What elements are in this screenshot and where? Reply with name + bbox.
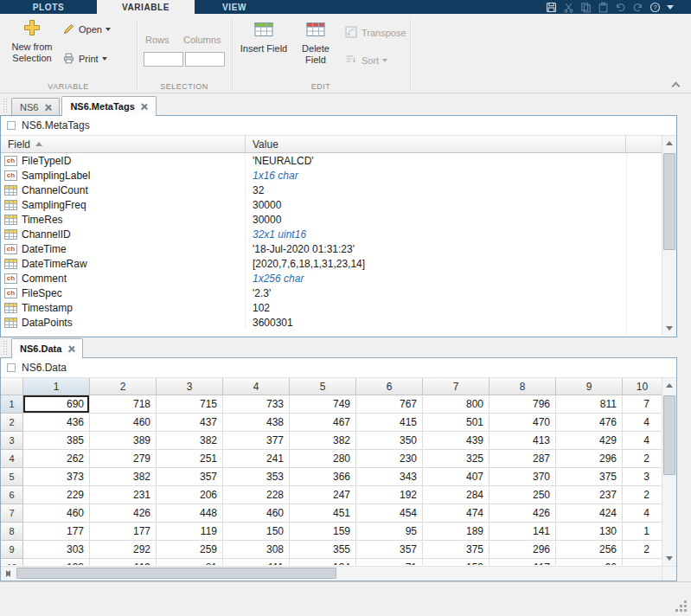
data-vertical-scrollbar[interactable] bbox=[662, 378, 676, 566]
field-column-header[interactable]: Field bbox=[1, 136, 246, 152]
row-header[interactable]: 2 bbox=[1, 414, 23, 432]
data-cell[interactable]: 448 bbox=[157, 504, 223, 523]
delete-field-button[interactable]: Delete Field bbox=[291, 20, 341, 66]
data-cell[interactable]: 296 bbox=[556, 450, 623, 468]
data-cell[interactable]: 134 bbox=[290, 559, 356, 565]
data-cell[interactable]: 382 bbox=[290, 432, 356, 450]
scroll-down-button[interactable] bbox=[662, 551, 676, 566]
row-header[interactable]: 1 bbox=[1, 395, 23, 414]
data-cell[interactable] bbox=[623, 559, 662, 565]
help-icon[interactable]: ? bbox=[649, 2, 661, 13]
data-cell[interactable]: 95 bbox=[356, 523, 423, 541]
data-cell[interactable]: 153 bbox=[423, 559, 489, 565]
data-cell[interactable]: 501 bbox=[423, 414, 489, 432]
data-cell[interactable]: 350 bbox=[356, 432, 423, 450]
selected-data-cell[interactable]: 690 bbox=[23, 395, 90, 414]
data-cell[interactable]: 429 bbox=[556, 432, 623, 450]
data-cell[interactable]: 280 bbox=[290, 450, 356, 468]
struct-field-row[interactable]: ch DateTime '18-Jul-2020 01:31:23' bbox=[1, 241, 662, 256]
data-cell[interactable]: 357 bbox=[157, 468, 223, 486]
struct-field-row[interactable]: SamplingFreq 30000 bbox=[1, 197, 662, 212]
column-header[interactable]: 3 bbox=[157, 378, 223, 395]
data-cell[interactable]: 117 bbox=[489, 559, 556, 565]
insert-field-button[interactable]: Insert Field bbox=[239, 20, 289, 55]
data-cell[interactable]: 130 bbox=[556, 523, 623, 541]
column-header[interactable]: 6 bbox=[356, 378, 423, 395]
struct-field-row[interactable]: ch FileSpec '2.3' bbox=[1, 286, 662, 300]
data-cell[interactable]: 796 bbox=[489, 395, 556, 414]
data-cell[interactable]: 3 bbox=[623, 468, 662, 486]
data-cell[interactable]: 189 bbox=[423, 523, 489, 541]
data-cell[interactable]: 111 bbox=[223, 559, 290, 565]
data-cell[interactable]: 119 bbox=[90, 559, 157, 565]
data-cell[interactable]: 460 bbox=[90, 414, 157, 432]
value-column-header[interactable]: Value bbox=[246, 136, 626, 152]
close-icon[interactable] bbox=[141, 103, 148, 110]
transpose-button[interactable]: Transpose bbox=[344, 24, 406, 42]
struct-field-row[interactable]: ChannelCount 32 bbox=[1, 183, 662, 197]
data-cell[interactable]: 296 bbox=[489, 541, 556, 559]
data-cell[interactable]: 382 bbox=[90, 468, 157, 486]
struct-field-row[interactable]: ch SamplingLabel 1x16 char bbox=[1, 168, 662, 183]
struct-field-row[interactable]: DateTimeRaw [2020,7,6,18,1,31,23,14] bbox=[1, 256, 662, 271]
data-cell[interactable]: 407 bbox=[423, 468, 489, 486]
data-cell[interactable]: 343 bbox=[356, 468, 423, 486]
doc-tab-ns6[interactable]: NS6 bbox=[11, 98, 60, 115]
data-cell[interactable]: 1 bbox=[623, 523, 662, 541]
row-header[interactable]: 8 bbox=[1, 523, 23, 541]
tab-variable[interactable]: VARIABLE bbox=[97, 0, 195, 14]
data-cell[interactable]: 715 bbox=[157, 395, 223, 414]
column-header[interactable]: 4 bbox=[223, 378, 290, 395]
columns-input[interactable] bbox=[185, 52, 225, 67]
save-icon[interactable] bbox=[546, 2, 557, 13]
column-header[interactable]: 2 bbox=[90, 378, 157, 395]
struct-field-row[interactable]: TimeRes 30000 bbox=[1, 212, 662, 227]
data-cell[interactable]: 292 bbox=[90, 541, 157, 559]
struct-field-row[interactable]: ch FileTypeID 'NEURALCD' bbox=[1, 153, 662, 168]
data-cell[interactable]: 370 bbox=[489, 468, 556, 486]
close-icon[interactable] bbox=[67, 345, 74, 352]
doc-tab-ns6-data[interactable]: NS6.Data bbox=[11, 338, 83, 358]
data-cell[interactable]: 366 bbox=[290, 468, 356, 486]
row-header[interactable]: 7 bbox=[1, 504, 23, 523]
data-cell[interactable]: 177 bbox=[23, 523, 90, 541]
scrollbar-thumb[interactable] bbox=[663, 153, 675, 250]
data-cell[interactable]: 474 bbox=[423, 504, 489, 523]
data-cell[interactable]: 284 bbox=[423, 486, 489, 504]
data-cell[interactable]: 241 bbox=[223, 450, 290, 468]
data-cell[interactable]: 373 bbox=[23, 468, 90, 486]
data-cell[interactable]: 4 bbox=[623, 504, 662, 523]
redo-icon[interactable] bbox=[632, 2, 643, 13]
row-header[interactable]: 5 bbox=[1, 468, 23, 486]
data-cell[interactable]: 460 bbox=[23, 504, 90, 523]
data-cell[interactable]: 141 bbox=[489, 523, 556, 541]
data-cell[interactable]: 237 bbox=[556, 486, 623, 504]
open-button[interactable]: Open bbox=[62, 21, 111, 38]
corner-header-cell[interactable] bbox=[1, 378, 23, 395]
data-cell[interactable]: 247 bbox=[290, 486, 356, 504]
scrollbar-thumb[interactable] bbox=[663, 395, 675, 475]
data-cell[interactable]: 251 bbox=[157, 450, 223, 468]
data-cell[interactable]: 426 bbox=[90, 504, 157, 523]
cut-icon[interactable] bbox=[563, 2, 574, 13]
data-cell[interactable]: 357 bbox=[356, 541, 423, 559]
scroll-up-button[interactable] bbox=[662, 378, 676, 393]
data-cell[interactable]: 476 bbox=[556, 414, 623, 432]
data-cell[interactable]: 439 bbox=[423, 432, 489, 450]
data-cell[interactable]: 7 bbox=[623, 395, 662, 414]
data-cell[interactable]: 150 bbox=[223, 523, 290, 541]
struct-field-row[interactable]: Timestamp 102 bbox=[1, 300, 662, 315]
paste-icon[interactable] bbox=[598, 2, 609, 13]
copy-icon[interactable] bbox=[580, 2, 592, 13]
data-cell[interactable]: 81 bbox=[157, 559, 223, 565]
tab-bar-grip[interactable] bbox=[3, 99, 8, 113]
data-cell[interactable]: 230 bbox=[356, 450, 423, 468]
data-cell[interactable]: 119 bbox=[157, 523, 223, 541]
data-cell[interactable]: 259 bbox=[157, 541, 223, 559]
rows-input[interactable] bbox=[144, 52, 183, 67]
scrollbar-thumb[interactable] bbox=[16, 568, 336, 579]
undo-icon[interactable] bbox=[615, 2, 626, 13]
data-cell[interactable]: 426 bbox=[489, 504, 556, 523]
row-header[interactable]: 6 bbox=[1, 486, 23, 504]
data-cell[interactable]: 436 bbox=[23, 414, 90, 432]
